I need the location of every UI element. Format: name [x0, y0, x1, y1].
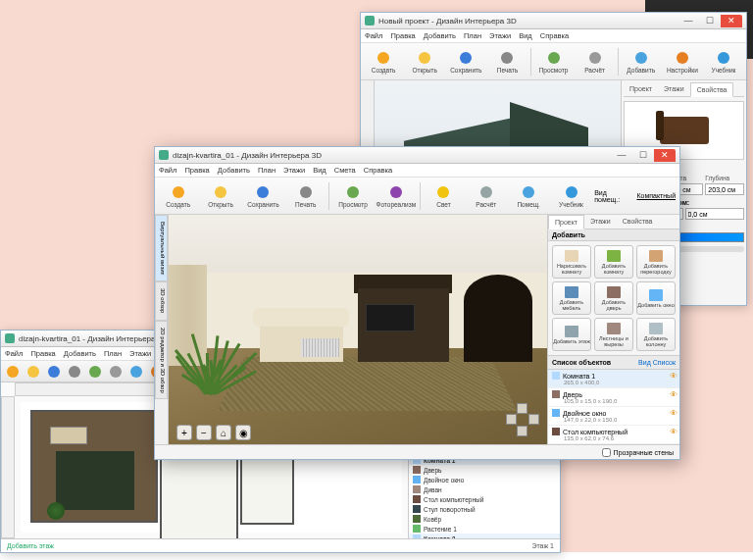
tab-Этажи[interactable]: Этажи: [658, 82, 690, 96]
photo-button[interactable]: Фотореализм: [376, 179, 416, 213]
addlevel-button[interactable]: Добавить этаж: [552, 318, 591, 351]
addfurn-button[interactable]: Добавить мебель: [552, 281, 591, 315]
light-button[interactable]: Свет: [425, 179, 463, 213]
menu-item[interactable]: Добавить: [64, 349, 96, 358]
objects-list[interactable]: Комната 1ДверьДвойное окноДиванСтол комп…: [409, 455, 560, 538]
addroom-button[interactable]: Добавить комнату: [594, 245, 633, 279]
menu-item[interactable]: Правка: [184, 166, 209, 175]
open-button[interactable]: Открыть: [201, 179, 239, 213]
tab-Проект[interactable]: Проект: [548, 215, 584, 229]
zoom-out-button[interactable]: −: [196, 425, 212, 440]
tool-button-2[interactable]: [44, 363, 64, 381]
open-button[interactable]: Открыть: [406, 45, 443, 78]
object-item[interactable]: Стол компьютерный👁135,0 x 62,0 x 74,6: [548, 426, 679, 444]
menu-item[interactable]: Справка: [540, 31, 569, 40]
rug-2d[interactable]: [56, 451, 134, 510]
object-item[interactable]: Комната 1👁265,0 x 400,0: [548, 370, 679, 388]
menu-item[interactable]: Этажи: [489, 31, 511, 40]
transparent-walls-input[interactable]: [602, 448, 611, 457]
transparent-walls-checkbox[interactable]: Прозрачные стены: [602, 448, 674, 457]
save-button[interactable]: Сохранить: [244, 179, 282, 213]
plant[interactable]: [176, 302, 244, 394]
vtab[interactable]: Виртуальный визит: [155, 215, 168, 281]
menu-item[interactable]: Правка: [390, 31, 415, 40]
nav-up[interactable]: [517, 403, 527, 414]
titlebar[interactable]: dizajn-kvartira_01 - Дизайн Интерьера 3D…: [155, 147, 679, 164]
menu-item[interactable]: Справка: [364, 166, 392, 175]
menu-item[interactable]: Этажи: [129, 349, 151, 358]
menu-item[interactable]: Смета: [334, 166, 356, 175]
menu-item[interactable]: Вид: [313, 166, 326, 175]
preview-button[interactable]: Просмотр: [333, 179, 372, 213]
save-button[interactable]: Сохранить: [447, 45, 484, 78]
menu-item[interactable]: Добавить: [218, 166, 250, 175]
radiator[interactable]: [301, 338, 339, 357]
nav-left[interactable]: [506, 414, 517, 425]
addstairs-button[interactable]: Лестницы и вырезы: [594, 318, 633, 351]
object-item[interactable]: Ковёр: [409, 514, 560, 524]
tool-button-1[interactable]: [24, 363, 43, 381]
calc-button[interactable]: Расчёт: [467, 179, 505, 213]
menu-item[interactable]: Добавить: [424, 31, 456, 40]
close-button[interactable]: ✕: [654, 149, 676, 162]
drawroom-button[interactable]: Нарисовать комнату: [552, 245, 591, 279]
object-item[interactable]: Двойное окно: [409, 475, 560, 484]
object-item[interactable]: Дверь: [409, 465, 560, 475]
menu-item[interactable]: План: [104, 349, 122, 358]
menu-item[interactable]: Файл: [365, 31, 382, 40]
objects-list[interactable]: Комната 1👁265,0 x 400,0Дверь👁105,0 x 15,…: [548, 370, 679, 444]
list-view-toggle[interactable]: Вид Список: [638, 359, 676, 366]
room-3[interactable]: [240, 451, 294, 525]
visibility-icon[interactable]: 👁: [670, 428, 678, 435]
viewport-3d[interactable]: + − ⌂ ◉: [169, 215, 547, 444]
object-item[interactable]: Диван: [409, 484, 560, 494]
pos-input[interactable]: [685, 208, 745, 220]
tab-Проект[interactable]: Проект: [624, 82, 658, 96]
object-item[interactable]: Дверь👁105,0 x 15,0 x 190,0: [548, 388, 679, 407]
minimize-button[interactable]: —: [611, 149, 632, 162]
addcol-button[interactable]: Добавить колонну: [636, 318, 676, 351]
object-item[interactable]: Стул поворотный: [409, 504, 560, 514]
nav-down[interactable]: [517, 426, 527, 436]
size-input[interactable]: [705, 183, 744, 195]
visibility-icon[interactable]: 👁: [670, 372, 678, 380]
print-button[interactable]: Печать: [286, 179, 325, 213]
tab-Свойства[interactable]: Свойства: [690, 82, 734, 97]
object-item[interactable]: Растение 1: [409, 524, 560, 534]
nav-right[interactable]: [528, 414, 539, 425]
sofa-2d[interactable]: [50, 427, 87, 444]
menu-item[interactable]: Вид: [519, 31, 532, 40]
object-item[interactable]: Стол компьютерный: [409, 494, 560, 504]
help-button[interactable]: Учебник: [552, 179, 590, 213]
close-button[interactable]: ✕: [721, 15, 742, 27]
addwin-button[interactable]: Добавить окно: [636, 281, 676, 315]
doorway-arch[interactable]: [464, 275, 531, 362]
addwall-button[interactable]: Добавить перегородку: [636, 245, 676, 279]
tab-Этажи[interactable]: Этажи: [584, 215, 617, 229]
visibility-icon[interactable]: 👁: [670, 390, 678, 398]
create-button[interactable]: Создать: [159, 179, 197, 213]
object-item[interactable]: Двойное окно👁147,0 x 22,0 x 150,0: [548, 407, 679, 426]
home-button[interactable]: ⌂: [216, 425, 231, 440]
vtab[interactable]: 3D обзор: [155, 281, 168, 320]
menu-item[interactable]: Файл: [159, 166, 176, 175]
adddoor-button[interactable]: Добавить дверь: [594, 281, 633, 315]
tab-Свойства[interactable]: Свойства: [617, 215, 659, 229]
addroom-button[interactable]: Помещ.: [509, 179, 547, 213]
tool-button-3[interactable]: [65, 363, 84, 381]
menu-item[interactable]: План: [258, 166, 276, 175]
menu-item[interactable]: Файл: [5, 349, 23, 358]
settings-button[interactable]: Настройки: [664, 45, 701, 78]
maximize-button[interactable]: ☐: [699, 15, 721, 27]
titlebar[interactable]: Новый проект - Дизайн Интерьера 3D — ☐ ✕: [361, 13, 746, 29]
minimize-button[interactable]: —: [678, 15, 699, 27]
vtab[interactable]: 2D редактор и 3D обзор: [155, 321, 168, 400]
addroom-button[interactable]: Добавить: [623, 45, 660, 78]
menu-item[interactable]: Правка: [30, 349, 55, 358]
snapshot-button[interactable]: ◉: [235, 425, 251, 440]
add-level-link[interactable]: Добавить этаж: [7, 542, 54, 549]
room-1[interactable]: [30, 410, 158, 523]
menu-item[interactable]: План: [464, 31, 481, 40]
maximize-button[interactable]: ☐: [632, 149, 654, 162]
calc-button[interactable]: Расчёт: [577, 45, 614, 78]
